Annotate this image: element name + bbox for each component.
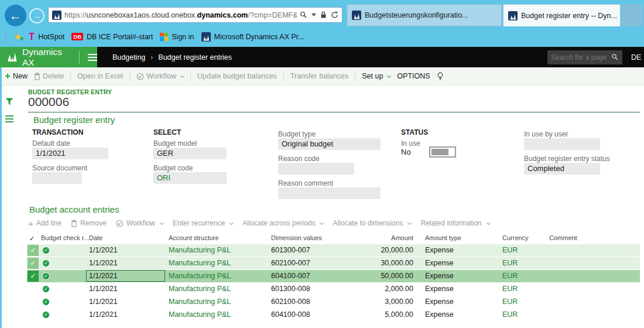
table-row[interactable]: 1/1/2021 Manufacturing P&L 601300-007 20…	[27, 244, 640, 257]
remove-button[interactable]: Remove	[71, 219, 107, 227]
row-checkbox-checked[interactable]	[28, 245, 39, 256]
page-search-box[interactable]	[547, 50, 622, 64]
source-document-field[interactable]	[32, 172, 82, 184]
add-line-button[interactable]: Add line	[28, 219, 61, 227]
allocate-across-periods-button[interactable]: Allocate across periods	[242, 219, 323, 227]
browser-forward-icon[interactable]	[29, 8, 44, 23]
delete-button[interactable]: Delete	[34, 72, 64, 80]
cell-amount[interactable]: 5,000.00	[352, 309, 413, 321]
column-header-comment[interactable]: Comment	[549, 234, 577, 241]
cell-amount[interactable]: 30,000.00	[352, 257, 413, 269]
reason-code-field[interactable]	[278, 163, 354, 175]
default-date-field[interactable]: 1/1/2021	[32, 148, 108, 159]
list-view-icon[interactable]	[5, 115, 13, 123]
cell-amount-type[interactable]: Expense	[425, 257, 500, 269]
cell-dimension-values[interactable]: 601300-008	[271, 283, 359, 295]
column-header-account-structure[interactable]: Account structure	[169, 234, 219, 241]
select-all-icon[interactable]	[29, 234, 35, 242]
breadcrumb-section[interactable]: Budgeting	[112, 53, 145, 62]
row-checkbox-checked[interactable]	[28, 271, 39, 282]
url-dropdown-icon[interactable]	[311, 13, 316, 16]
column-header-amount[interactable]: Amount	[357, 234, 413, 241]
cell-amount[interactable]: 20,000.00	[352, 244, 413, 257]
browser-tab-active[interactable]: Budget register entry -- Dyn... ×	[503, 4, 621, 26]
enter-recurrence-button[interactable]: Enter recurrence	[173, 219, 233, 227]
table-row[interactable]: 1/1/2021 Manufacturing P&L 601300-008 2,…	[27, 283, 640, 295]
cell-currency[interactable]: EUR	[502, 244, 548, 257]
lines-workflow-button[interactable]: Workflow	[116, 219, 163, 227]
cell-date[interactable]: 1/1/2021	[87, 257, 165, 269]
company-picker[interactable]: DE	[631, 53, 644, 62]
budget-type-field[interactable]: Original budget	[278, 138, 381, 150]
cell-account-structure[interactable]: Manufacturing P&L	[169, 296, 268, 308]
section-title-entry[interactable]: Budget register entry	[33, 115, 115, 125]
table-row[interactable]: 1/1/2021 Manufacturing P&L 602100-007 30…	[27, 257, 640, 269]
cell-amount[interactable]: 2,000.00	[352, 283, 413, 295]
column-header-dimension-values[interactable]: Dimension values	[271, 234, 322, 241]
page-search-input[interactable]	[551, 53, 609, 62]
table-row[interactable]: 1/1/2021 Manufacturing P&L 604100-008 5,…	[27, 309, 640, 321]
cell-dimension-values[interactable]: 601300-007	[271, 244, 359, 257]
cell-dimension-values[interactable]: 602100-007	[271, 257, 359, 269]
search-icon[interactable]	[611, 53, 619, 61]
cell-currency[interactable]: EUR	[502, 257, 548, 269]
browser-tab-inactive[interactable]: Budgetsteuerungskonfiguratio...	[347, 4, 502, 26]
cell-account-structure[interactable]: Manufacturing P&L	[169, 283, 268, 295]
column-header-date[interactable]: Date	[89, 234, 102, 241]
cell-amount-type[interactable]: Expense	[425, 283, 500, 295]
cell-date[interactable]: 1/1/2021	[87, 309, 165, 321]
address-bar[interactable]: https://usnconeboxax1aos.cloud.onebox.dy…	[48, 7, 342, 23]
table-row-active[interactable]: 1/1/2021 Manufacturing P&L 604100-007 50…	[27, 270, 640, 282]
favorite-sign-in[interactable]: Sign in	[160, 33, 194, 41]
cell-amount-type[interactable]: Expense	[425, 309, 500, 321]
budget-model-field[interactable]: GER	[153, 148, 227, 159]
update-budget-balances-button[interactable]: Update budget balances	[197, 72, 277, 80]
options-button[interactable]: OPTIONS	[397, 72, 430, 80]
favorite-hotspot[interactable]: T HotSpot	[29, 32, 64, 42]
cell-account-structure[interactable]: Manufacturing P&L	[169, 257, 268, 269]
section-title-lines[interactable]: Budget account entries	[29, 204, 119, 214]
new-button[interactable]: New	[5, 72, 28, 80]
search-icon[interactable]	[300, 11, 307, 19]
cell-date[interactable]: 1/1/2021	[87, 283, 165, 295]
related-information-button[interactable]: Related information	[420, 219, 489, 227]
breadcrumb-page[interactable]: Budget register entries	[158, 53, 232, 62]
favorites-gripper[interactable]	[5, 31, 6, 43]
allocate-to-dimensions-button[interactable]: Allocate to dimensions	[333, 219, 411, 227]
cell-dimension-values[interactable]: 602100-008	[271, 296, 359, 308]
cell-currency[interactable]: EUR	[502, 309, 548, 321]
new-tab-button[interactable]	[622, 4, 643, 26]
cell-account-structure[interactable]: Manufacturing P&L	[169, 309, 268, 321]
cell-amount[interactable]: 50,000.00	[352, 270, 413, 282]
favorite-db-ice-portal[interactable]: DB DB ICE Portal#-start	[71, 33, 153, 41]
column-header-budget-check[interactable]: Budget check r...	[41, 234, 89, 241]
brand-block[interactable]: Dynamics AX	[0, 47, 97, 67]
cell-date[interactable]: 1/1/2021	[87, 244, 165, 257]
cell-account-structure[interactable]: Manufacturing P&L	[169, 244, 268, 257]
column-header-currency[interactable]: Currency	[502, 234, 529, 241]
row-checkbox-checked[interactable]	[28, 258, 39, 269]
open-in-excel-button[interactable]: Open in Excel	[77, 72, 123, 80]
cell-account-structure[interactable]: Manufacturing P&L	[169, 270, 268, 282]
filter-icon[interactable]	[5, 98, 13, 105]
budget-code-field[interactable]: ORI	[153, 172, 227, 184]
cell-amount-type[interactable]: Expense	[425, 244, 500, 257]
in-use-by-user-field[interactable]	[524, 138, 600, 150]
favorite-dynamics[interactable]: Microsoft Dynamics AX Pr...	[201, 32, 304, 42]
set-up-button[interactable]: Set up	[362, 72, 390, 80]
in-use-toggle[interactable]	[429, 146, 456, 158]
reason-comment-field[interactable]	[278, 187, 381, 199]
cell-amount-type[interactable]: Expense	[425, 296, 500, 308]
cell-currency[interactable]: EUR	[502, 270, 548, 282]
add-favorite-icon[interactable]	[13, 31, 22, 42]
cell-date[interactable]: 1/1/2021	[87, 296, 165, 308]
lightbulb-icon[interactable]	[437, 72, 444, 81]
entry-status-field[interactable]: Completed	[524, 163, 600, 175]
cell-amount-type[interactable]: Expense	[425, 270, 500, 282]
workflow-button[interactable]: Workflow	[136, 72, 184, 80]
cell-amount[interactable]: 3,000.00	[352, 296, 413, 308]
cell-currency[interactable]: EUR	[502, 283, 548, 295]
cell-currency[interactable]: EUR	[502, 296, 548, 308]
column-header-amount-type[interactable]: Amount type	[425, 234, 461, 241]
refresh-icon[interactable]	[331, 11, 338, 19]
